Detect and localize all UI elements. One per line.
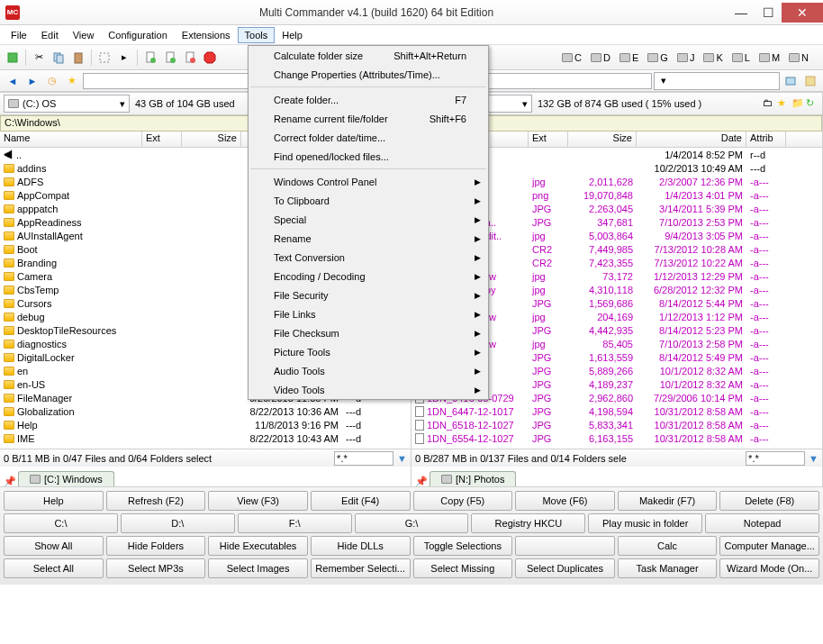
tools-item[interactable]: Find opened/locked files... [249, 147, 488, 166]
func-button[interactable]: C:\ [4, 513, 118, 533]
func-button[interactable]: Select MP3s [106, 558, 206, 578]
drive-g-icon[interactable]: G [647, 52, 668, 63]
drive-n-icon[interactable]: N [789, 52, 809, 63]
file-row[interactable]: Globalization8/22/2013 10:36 AM---d [0, 404, 411, 418]
close-button[interactable]: ✕ [782, 3, 823, 23]
func-button[interactable]: Remember Selecti... [311, 558, 411, 578]
copy-icon[interactable] [50, 49, 68, 67]
func-button[interactable]: Task Manager [618, 558, 718, 578]
func-button[interactable]: Select Images [208, 558, 308, 578]
tools-item[interactable]: Change Properties (Attributes/Time)... [249, 65, 488, 84]
cut-icon[interactable]: ✂ [30, 49, 48, 67]
tools-item[interactable]: Rename current file/folderShift+F6 [249, 109, 488, 128]
tools-item[interactable]: Audio Tools▶ [249, 361, 488, 380]
menu-tools[interactable]: Tools [238, 27, 276, 43]
drive-m-icon[interactable]: M [759, 52, 780, 63]
func-button[interactable]: G:\ [355, 513, 469, 533]
expand-icon[interactable]: ▸ [115, 49, 133, 67]
func-button[interactable]: Edit (F4) [311, 491, 411, 511]
func-button[interactable]: Wizard Mode (On... [719, 558, 819, 578]
drive-c-icon[interactable]: C [562, 52, 582, 63]
file-row[interactable]: 1DN_6447-12-1017JPG4,198,59410/31/2012 8… [412, 404, 822, 418]
doc2-icon[interactable] [161, 49, 179, 67]
util2-icon[interactable] [801, 72, 819, 90]
tools-item[interactable]: To Clipboard▶ [249, 191, 488, 210]
func-button[interactable]: Select All [4, 558, 104, 578]
tools-item[interactable]: Special▶ [249, 210, 488, 229]
tools-item[interactable]: Create folder...F7 [249, 90, 488, 109]
favorite-icon[interactable]: ★ [63, 72, 81, 90]
pin-icon[interactable]: 📌 [4, 476, 14, 486]
menu-help[interactable]: Help [275, 27, 310, 43]
drive-j-icon[interactable]: J [677, 52, 695, 63]
paste-icon[interactable] [69, 49, 87, 67]
func-button[interactable]: Refresh (F2) [106, 491, 206, 511]
funnel-icon[interactable]: ▼ [809, 453, 818, 464]
tools-item[interactable]: Encoding / Decoding▶ [249, 267, 488, 286]
util1-icon[interactable] [782, 72, 800, 90]
doc1-icon[interactable] [141, 49, 159, 67]
pin-icon[interactable]: 📌 [415, 476, 426, 486]
folder-go-icon[interactable]: 📁 [791, 97, 804, 110]
func-button[interactable]: View (F3) [208, 491, 308, 511]
new-icon[interactable] [4, 49, 22, 67]
left-filter[interactable] [334, 451, 393, 466]
func-button[interactable]: Makedir (F7) [618, 491, 718, 511]
tree-icon[interactable]: 🗀 [763, 97, 775, 110]
tools-item[interactable]: File Checksum▶ [249, 323, 488, 342]
maximize-button[interactable]: ☐ [755, 3, 782, 23]
menu-configuration[interactable]: Configuration [101, 27, 174, 43]
func-button[interactable]: Help [4, 491, 104, 511]
func-button[interactable]: Move (F6) [515, 491, 615, 511]
func-button[interactable]: Hide DLLs [311, 536, 411, 556]
tools-item[interactable]: Calculate folder sizeShift+Alt+Return [249, 46, 488, 65]
func-button[interactable]: Hide Executables [208, 536, 308, 556]
drive-d-icon[interactable]: D [591, 52, 610, 63]
menu-view[interactable]: View [66, 27, 102, 43]
func-button[interactable]: Delete (F8) [719, 491, 819, 511]
tools-item[interactable]: File Security▶ [249, 286, 488, 304]
func-button[interactable]: Copy (F5) [413, 491, 513, 511]
history-icon[interactable]: ◷ [43, 72, 61, 90]
refresh-icon[interactable]: ↻ [806, 97, 818, 110]
func-button[interactable]: Hide Folders [106, 536, 206, 556]
left-tab[interactable]: [C:] Windows [18, 471, 114, 486]
file-row[interactable]: IME8/22/2013 10:43 AM---d [0, 431, 411, 445]
func-button[interactable]: Play music in folder [588, 513, 702, 533]
func-button[interactable]: Toggle Selections [413, 536, 513, 556]
func-button[interactable]: F:\ [238, 513, 352, 533]
back-icon[interactable]: ◄ [4, 72, 22, 90]
menu-extensions[interactable]: Extensions [175, 27, 238, 43]
tools-item[interactable]: Text Conversion▶ [249, 248, 488, 267]
menu-edit[interactable]: Edit [34, 27, 66, 43]
func-button[interactable]: Show All [4, 536, 104, 556]
forward-icon[interactable]: ► [23, 72, 41, 90]
tools-item[interactable]: Correct folder date/time... [249, 128, 488, 147]
func-button[interactable]: Select Duplicates [515, 558, 615, 578]
file-row[interactable]: 1DN_6518-12-1027JPG5,833,34110/31/2012 8… [412, 418, 822, 431]
tools-item[interactable]: Rename▶ [249, 229, 488, 248]
select-icon[interactable] [95, 49, 113, 67]
drive-k-icon[interactable]: K [703, 52, 722, 63]
file-row[interactable]: Help11/8/2013 9:16 PM---d [0, 418, 411, 431]
func-button[interactable]: Registry HKCU [471, 513, 585, 533]
funnel-icon[interactable]: ▼ [397, 453, 407, 464]
tools-item[interactable]: Windows Control Panel▶ [249, 172, 488, 191]
func-button[interactable]: Notepad [705, 513, 819, 533]
func-button[interactable] [515, 536, 615, 556]
func-button[interactable]: Calc [618, 536, 718, 556]
func-button[interactable]: Select Missing [413, 558, 513, 578]
file-row[interactable]: 1DN_6554-12-1027JPG6,163,15510/31/2012 8… [412, 431, 822, 445]
star-icon[interactable]: ★ [777, 97, 790, 110]
tools-item[interactable]: File Links▶ [249, 304, 488, 323]
func-button[interactable]: D:\ [121, 513, 235, 533]
doc3-icon[interactable] [181, 49, 199, 67]
tools-item[interactable]: Video Tools▶ [249, 380, 488, 399]
address-drive-select[interactable]: ▾ [654, 72, 780, 90]
left-drive-select[interactable]: (C:) OS▾ [4, 95, 130, 113]
right-filter[interactable] [746, 451, 805, 466]
func-button[interactable]: Computer Manage... [719, 536, 819, 556]
stop-icon[interactable] [201, 49, 219, 67]
drive-l-icon[interactable]: L [732, 52, 750, 63]
minimize-button[interactable]: — [728, 3, 755, 23]
